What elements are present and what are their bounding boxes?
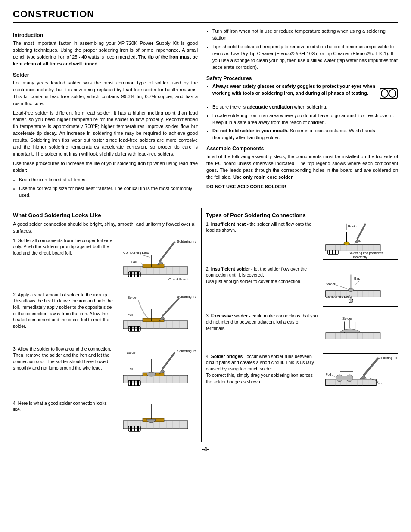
safety-bullet-2: Be sure there is adequate ventilation wh… xyxy=(212,104,398,111)
svg-rect-40 xyxy=(130,326,132,331)
svg-text:Rosin: Rosin xyxy=(348,224,357,228)
svg-rect-83 xyxy=(130,426,132,431)
good-soldering-heading: What Good Soldering Looks Like xyxy=(13,212,196,218)
svg-text:Component Lead: Component Lead xyxy=(326,295,352,299)
svg-rect-42 xyxy=(137,326,139,331)
good-soldering-section: What Good Soldering Looks Like A good so… xyxy=(13,208,202,442)
svg-line-124 xyxy=(335,285,348,289)
step-2-diagram: Soldering Iron Foil Solder xyxy=(119,292,196,340)
solder-bullet-2: Use the correct tip size for best heat t… xyxy=(19,185,198,199)
page-number: -4- xyxy=(13,446,398,452)
assemble-p1: In all of the following assembly steps, … xyxy=(206,153,398,181)
top-bullet-2: Tips should be cleaned frequently to rem… xyxy=(212,44,398,71)
svg-rect-62 xyxy=(134,380,135,386)
svg-rect-28 xyxy=(123,321,188,329)
safety-bullets: Always wear safety glasses or safety gog… xyxy=(212,83,376,97)
step-1-diagram: Soldering Iron Component Lead Foil Circu… xyxy=(119,237,196,286)
left-column: Introduction The most important factor i… xyxy=(13,28,198,202)
safety-more-bullets: Be sure there is adequate ventilation wh… xyxy=(212,104,398,142)
svg-rect-61 xyxy=(130,380,132,386)
introduction-text: The most important factor in assembling … xyxy=(13,40,198,68)
svg-rect-71 xyxy=(123,421,188,429)
svg-text:Foil: Foil xyxy=(128,367,133,371)
poor-soldering-heading: Types of Poor Soldering Connections xyxy=(206,212,398,218)
solder-heading: Solder xyxy=(13,72,198,78)
svg-rect-4 xyxy=(123,267,188,274)
step-4-text: 4. Here is what a good solder connection… xyxy=(13,400,115,413)
svg-rect-17 xyxy=(134,272,135,277)
svg-text:Soldering Iron: Soldering Iron xyxy=(177,349,196,353)
poor-1-row: 1. Insufficient heat - the solder will n… xyxy=(206,221,398,261)
svg-rect-129 xyxy=(326,333,380,339)
poor-soldering-section: Types of Poor Soldering Connections 1. I… xyxy=(202,208,398,442)
svg-rect-100 xyxy=(335,250,336,254)
step-2-row: 2. Apply a small amount of solder to the… xyxy=(13,292,196,340)
poor-1-text: 1. Insufficient heat - the solder will n… xyxy=(206,221,319,233)
solder-p1: For many years leaded solder was the mos… xyxy=(13,80,198,107)
safety-bullet-4: Do not hold solder in your mouth. Solder… xyxy=(212,128,398,141)
safety-glasses-text: Always wear safety glasses or safety gog… xyxy=(206,83,376,100)
svg-line-20 xyxy=(160,242,175,261)
step-3-diagram: Soldering Iron Foil Solder xyxy=(119,346,196,394)
svg-point-102 xyxy=(344,242,350,245)
svg-point-1 xyxy=(381,90,388,97)
safety-heading: Safety Procedures xyxy=(206,75,398,81)
top-bullet-1: Turn off iron when not in use or reduce … xyxy=(212,28,398,42)
svg-line-155 xyxy=(364,358,378,376)
svg-line-159 xyxy=(332,375,335,377)
solder-bullets: Keep the iron tinned at all times. Use t… xyxy=(19,177,198,199)
svg-rect-85 xyxy=(137,426,139,431)
svg-rect-98 xyxy=(329,250,330,254)
svg-text:Soldering Iron: Soldering Iron xyxy=(177,240,196,243)
svg-line-26 xyxy=(140,263,143,265)
step-4-diagram xyxy=(119,400,196,436)
svg-rect-18 xyxy=(137,272,139,277)
svg-text:Solder: Solder xyxy=(128,296,137,299)
svg-line-66 xyxy=(162,352,175,370)
svg-rect-14 xyxy=(143,264,164,268)
top-section: Introduction The most important factor i… xyxy=(13,28,398,202)
svg-text:Foil: Foil xyxy=(326,373,331,376)
svg-text:incorrectly.: incorrectly. xyxy=(353,255,368,259)
solder-bullet-1: Keep the iron tinned at all times. xyxy=(19,177,198,184)
poor-4-diagram: Foil Soldering Iron Drag xyxy=(323,353,398,397)
svg-line-24 xyxy=(140,255,150,257)
step-1-text: 1. Solder all components from the copper… xyxy=(13,237,115,256)
solder-p3: Use these procedures to increase the lif… xyxy=(13,160,198,174)
poor-2-text: 2. Insufficient solder - let the solder … xyxy=(206,266,319,285)
svg-rect-41 xyxy=(134,326,135,331)
poor-2-diagram: Gap Solder Component Lead xyxy=(323,266,398,308)
step-3-row: 3. Allow the solder to flow around the c… xyxy=(13,346,196,394)
poor-3-text: 3. Excessive solder - could make connect… xyxy=(206,313,319,332)
svg-text:Foil: Foil xyxy=(128,313,133,317)
svg-text:Gap: Gap xyxy=(354,277,360,280)
poor-2-row: 2. Insufficient solder - let the solder … xyxy=(206,266,398,308)
assemble-heading: Assemble Components xyxy=(206,146,398,152)
svg-rect-16 xyxy=(130,272,132,277)
svg-text:Circuit Board: Circuit Board xyxy=(168,277,188,281)
svg-text:Solder: Solder xyxy=(342,316,352,320)
step-1-row: 1. Solder all components from the copper… xyxy=(13,237,196,286)
svg-point-2 xyxy=(389,90,396,97)
assemble-p2: DO NOT USE ACID CORE SOLDER! xyxy=(206,184,398,190)
svg-text:Soldering Iron: Soldering Iron xyxy=(378,356,398,360)
top-bullets: Turn off iron when not in use or reduce … xyxy=(212,28,398,71)
right-column: Turn off iron when not in use or reduce … xyxy=(206,28,398,202)
goggles-icon xyxy=(379,84,398,104)
step-3-text: 3. Allow the solder to flow around the c… xyxy=(13,346,115,371)
good-soldering-intro: A good solder connection should be brigh… xyxy=(13,221,196,235)
svg-line-103 xyxy=(357,224,366,239)
poor-4-row: 4. Solder bridges - occur when solder ru… xyxy=(206,353,398,397)
poor-3-diagram: Solder xyxy=(323,313,398,348)
svg-line-121 xyxy=(355,281,359,285)
svg-text:Foil: Foil xyxy=(131,260,137,264)
poor-4-text: 4. Solder bridges - occur when solder ru… xyxy=(206,353,319,385)
svg-marker-156 xyxy=(360,376,367,379)
poor-1-diagram: Rosin Soldering iron positioned incorrec… xyxy=(323,221,398,261)
svg-text:Solder: Solder xyxy=(326,282,336,286)
safety-bullet-1: Always wear safety glasses or safety gog… xyxy=(212,83,376,97)
introduction-heading: Introduction xyxy=(13,32,198,38)
svg-rect-84 xyxy=(134,426,135,431)
step-2-text: 2. Apply a small amount of solder to the… xyxy=(13,292,115,330)
svg-text:Soldering Iron: Soldering Iron xyxy=(177,295,196,299)
